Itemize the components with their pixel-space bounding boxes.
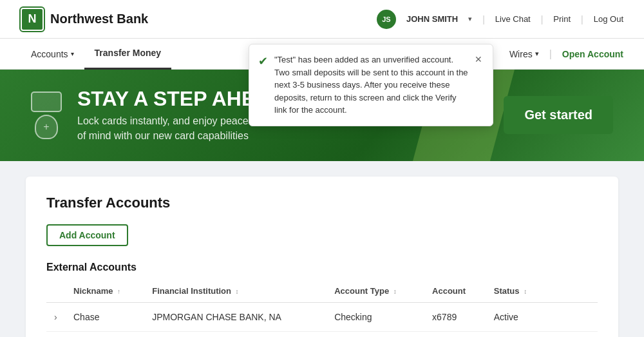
col-action xyxy=(547,281,598,303)
col-account-type-label: Account Type xyxy=(334,286,389,296)
accounts-table: Nickname ↑ Financial Institution ↕ Accou… xyxy=(46,281,598,337)
table-header-row: Nickname ↑ Financial Institution ↕ Accou… xyxy=(46,281,598,303)
col-nickname-label: Nickname xyxy=(73,286,113,296)
nav-sep: | xyxy=(549,48,552,60)
user-name[interactable]: JOHN SMITH xyxy=(406,14,458,24)
logo-area: N Northwest Bank xyxy=(21,8,148,31)
site-header: N Northwest Bank JS JOHN SMITH ▾ | Live … xyxy=(0,0,644,39)
status-sort-icon[interactable]: ↕ xyxy=(524,288,527,295)
transfer-accounts-card: Transfer Accounts Add Account External A… xyxy=(26,177,618,337)
card-icon xyxy=(31,91,62,112)
accounts-table-wrap: Nickname ↑ Financial Institution ↕ Accou… xyxy=(46,281,598,337)
verify-link[interactable]: Verify xyxy=(547,331,598,337)
logo-icon: N xyxy=(21,8,44,31)
table-row: ›TestJPMORGAN CHASE BANK, NACheckingx678… xyxy=(46,331,598,337)
table-header: Nickname ↑ Financial Institution ↕ Accou… xyxy=(46,281,598,303)
cell-status: Active xyxy=(486,302,547,331)
brand-name: Northwest Bank xyxy=(50,12,148,26)
print-link[interactable]: Print xyxy=(553,14,571,24)
toast-message: "Test" has been added as an unverified a… xyxy=(274,53,468,117)
toast-notification: ✔ "Test" has been added as an unverified… xyxy=(249,44,493,126)
col-status: Status ↕ xyxy=(486,281,547,303)
cell-institution: JPMORGAN CHASE BANK, NA xyxy=(144,331,327,337)
cell-account: x6789 xyxy=(424,331,486,337)
cell-action xyxy=(547,302,598,331)
nav-accounts-caret: ▾ xyxy=(71,50,74,57)
cell-account_type: Checking xyxy=(327,302,424,331)
card-title: Transfer Accounts xyxy=(46,195,598,211)
nav-accounts-label: Accounts xyxy=(31,49,68,59)
col-account: Account xyxy=(424,281,486,303)
col-account-type: Account Type ↕ xyxy=(327,281,424,303)
toast-close-button[interactable]: ✕ xyxy=(475,54,482,64)
sep2: | xyxy=(541,14,544,24)
table-row: ›ChaseJPMORGAN CHASE BANK, NACheckingx67… xyxy=(46,302,598,331)
external-accounts-label: External Accounts xyxy=(46,262,598,273)
cell-account: x6789 xyxy=(424,302,486,331)
nav-transfer-money[interactable]: Transfer Money xyxy=(84,39,171,70)
col-nickname: Nickname ↑ xyxy=(66,281,144,303)
nav-wrapper: Accounts ▾ Transfer Money Wires ▾ | Open… xyxy=(0,39,644,70)
row-expand-chevron[interactable]: › xyxy=(46,302,66,331)
col-status-label: Status xyxy=(494,286,520,296)
toast-success-icon: ✔ xyxy=(258,54,268,68)
col-account-label: Account xyxy=(432,286,466,296)
accounts-table-body: ›ChaseJPMORGAN CHASE BANK, NACheckingx67… xyxy=(46,302,598,337)
cell-status: Pending xyxy=(486,331,547,337)
account-type-sort-icon[interactable]: ↕ xyxy=(393,288,397,295)
col-institution: Financial Institution ↕ xyxy=(144,281,327,303)
user-caret-icon[interactable]: ▾ xyxy=(468,15,472,23)
cell-account_type: Checking xyxy=(327,331,424,337)
col-institution-label: Financial Institution xyxy=(152,286,231,296)
avatar: JS xyxy=(377,10,396,29)
institution-sort-icon[interactable]: ↕ xyxy=(236,288,239,295)
sep1: | xyxy=(482,14,485,24)
banner-icons: + xyxy=(31,91,62,139)
cell-nickname: Test xyxy=(66,331,144,337)
cell-institution: JPMORGAN CHASE BANK, NA xyxy=(144,302,327,331)
nickname-sort-icon[interactable]: ↑ xyxy=(117,288,120,295)
user-area: JS JOHN SMITH ▾ | Live Chat | Print | Lo… xyxy=(377,10,623,29)
live-chat-link[interactable]: Live Chat xyxy=(495,14,531,24)
nav-right: Wires ▾ | Open Account xyxy=(509,48,623,60)
nav-wires[interactable]: Wires ▾ xyxy=(509,49,539,59)
col-expand xyxy=(46,281,66,303)
banner-content: + STAY A STEP AHEAD Lock cards instantly… xyxy=(31,88,285,143)
sep3: | xyxy=(581,14,583,24)
nav-wires-caret: ▾ xyxy=(535,50,539,58)
nav-transfer-money-label: Transfer Money xyxy=(95,48,161,58)
add-account-button[interactable]: Add Account xyxy=(46,224,128,246)
row-expand-chevron[interactable]: › xyxy=(46,331,66,337)
nav-wires-label: Wires xyxy=(509,49,533,59)
nav-open-account[interactable]: Open Account xyxy=(562,49,623,59)
main-content: Transfer Accounts Add Account External A… xyxy=(0,161,644,337)
banner-cta-button[interactable]: Get started xyxy=(504,96,613,134)
cell-nickname: Chase xyxy=(66,302,144,331)
shield-icon: + xyxy=(35,115,58,139)
logout-link[interactable]: Log Out xyxy=(594,14,623,24)
nav-accounts[interactable]: Accounts ▾ xyxy=(21,39,84,70)
